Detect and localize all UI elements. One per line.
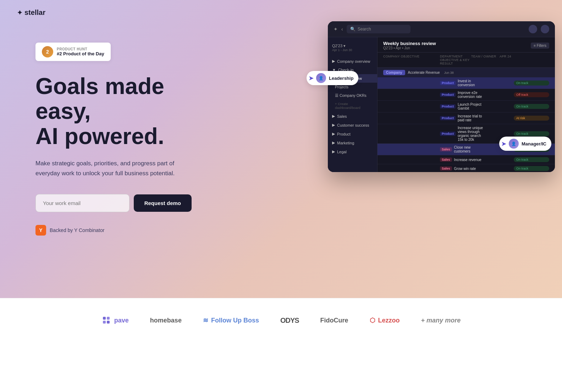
dashboard-wrapper: ➤ 👤 Leadership ✦ ‹ 🔍 Search <box>328 21 555 172</box>
kr-tag: Product <box>440 93 456 97</box>
dash-back-icon: ‹ <box>341 26 343 32</box>
logo-odys: ODYS <box>280 316 299 325</box>
kr-text: Improve e2e conversion rate <box>458 91 485 99</box>
col-date: Apr 24 <box>500 55 549 65</box>
table-row[interactable]: Product Increase trial to paid rate At r… <box>378 112 555 124</box>
row-kr: Sales Increase revenue <box>440 158 485 162</box>
pave-label: pave <box>114 317 129 324</box>
pave-icon <box>101 315 111 325</box>
dash-quarter: Q2'23 ▾ Apr 1 - Jun 30 <box>328 42 377 54</box>
row-kr: Product Increase unique views through or… <box>440 126 485 142</box>
section-company-tag: Company <box>383 70 405 75</box>
email-input[interactable] <box>35 194 130 212</box>
status-badge: On track <box>514 104 549 109</box>
search-icon: 🔍 <box>350 27 356 32</box>
kr-text: Close new customers <box>454 145 485 153</box>
dash-notif-icon <box>529 25 537 33</box>
fido-label: FidoCure <box>320 317 348 324</box>
kr-text: Grow win rate <box>454 167 476 171</box>
fub-icon: ≋ <box>203 316 208 324</box>
row-kr: Product Increase trial to paid rate <box>440 114 485 122</box>
search-placeholder: Search <box>358 27 371 32</box>
col-department: Department objective & key result <box>440 55 471 65</box>
status-badge: On track <box>514 81 549 85</box>
manager-badge: ➤ 👤 Manager/IC <box>499 137 551 151</box>
hero-subtext: Make strategic goals, priorities, and pr… <box>35 159 192 178</box>
logo-follow-up-boss: ≋ Follow Up Boss <box>203 316 259 324</box>
sidebar-item-product[interactable]: ▶Product <box>328 129 377 138</box>
table-row[interactable]: Sales Increase revenue On track <box>378 155 555 164</box>
table-row[interactable]: Sales Grow win rate On track <box>378 164 555 172</box>
logo-homebase: homebase <box>150 317 182 324</box>
kr-text: Increase unique views through organic se… <box>458 126 485 142</box>
yc-badge: Y Backed by Y Combinator <box>35 225 192 236</box>
status-badge: Off track <box>514 92 549 97</box>
status-badge: On track <box>514 157 549 162</box>
sidebar-item-legal[interactable]: ▶Legal <box>328 147 377 156</box>
kr-tag: Product <box>440 116 456 120</box>
lezzoo-icon: ⬡ <box>370 316 375 324</box>
yc-text: Backed by Y Combinator <box>50 227 104 233</box>
logo[interactable]: ✦ stellar <box>17 9 45 17</box>
hero-heading: Goals made easy, AI powered. <box>35 74 192 149</box>
status-badge: On track <box>514 166 549 171</box>
dash-icons-right <box>529 25 549 33</box>
sidebar-item-create-board[interactable]: + Create dashboard/board <box>328 100 377 112</box>
leadership-badge: ➤ 👤 Leadership <box>307 71 358 85</box>
ph-text: PRODUCT HUNT #2 Product of the Day <box>57 47 104 56</box>
dash-main-header: Weekly business review Q2'23 • Apr • Jun… <box>378 37 555 53</box>
row-kr: Sales Close new customers <box>440 145 485 153</box>
dash-main: Weekly business review Q2'23 • Apr • Jun… <box>378 37 555 172</box>
filter-button[interactable]: ≡ Filters <box>531 43 549 49</box>
sidebar-item-sales[interactable]: ▶Sales <box>328 112 377 121</box>
status-badge: On track <box>514 131 549 136</box>
kr-tag: Product <box>440 132 456 136</box>
kr-text: Increase trial to paid rate <box>458 114 485 122</box>
ph-medal: 2 <box>42 46 53 57</box>
logos-section: pave homebase ≋ Follow Up Boss ODYS Fido… <box>0 298 562 342</box>
hero-left: 2 PRODUCT HUNT #2 Product of the Day Goa… <box>35 43 192 236</box>
yc-logo: Y <box>35 225 46 236</box>
many-more-label: + many more <box>421 317 461 324</box>
lezzoo-label: Lezzoo <box>378 317 400 324</box>
dash-avatar-icon <box>541 25 549 33</box>
table-row[interactable]: Product Invest in conversion On track <box>378 77 555 89</box>
kr-text: Launch Project Gambit <box>458 103 485 110</box>
leadership-label: Leadership <box>329 76 353 81</box>
section-desc: Accelerate Revenue <box>408 71 440 74</box>
product-hunt-badge: 2 PRODUCT HUNT #2 Product of the Day <box>35 43 111 61</box>
logo-star-icon: ✦ <box>17 9 22 17</box>
sidebar-item-company-okrs[interactable]: ☰ Company OKRs <box>328 91 377 100</box>
hero-section: ✦ stellar 2 PRODUCT HUNT #2 Product of t… <box>0 0 562 298</box>
dash-main-title: Weekly business review <box>383 41 436 46</box>
dash-search[interactable]: 🔍 Search <box>347 25 411 33</box>
cursor-icon: ➤ <box>309 75 313 82</box>
kr-tag: Sales <box>440 147 452 151</box>
cta-row: Request demo <box>35 194 192 212</box>
fub-label: Follow Up Boss <box>211 317 259 324</box>
section-date: Jun 38 <box>444 71 454 74</box>
homebase-label: homebase <box>150 317 182 324</box>
heading-line3: AI powered. <box>35 123 164 149</box>
row-kr: Sales Grow win rate <box>440 166 485 171</box>
request-demo-button[interactable]: Request demo <box>134 194 192 212</box>
ph-label: PRODUCT HUNT <box>57 47 104 51</box>
sidebar-item-customer-success[interactable]: ▶Customer success <box>328 121 377 129</box>
heading-line2: easy, <box>35 98 90 124</box>
dash-rows: Company Accelerate Revenue Jun 38 Produc… <box>378 68 555 172</box>
dash-topbar: ✦ ‹ 🔍 Search <box>328 21 555 37</box>
dash-quarter-sub: Apr 1 - Jun 30 <box>332 48 373 52</box>
table-row[interactable]: Product Improve e2e conversion rate Off … <box>378 89 555 101</box>
dash-body: Q2'23 ▾ Apr 1 - Jun 30 ▶Company overview… <box>328 37 555 172</box>
logo-fidocure: FidoCure <box>320 317 348 324</box>
cursor-icon2: ➤ <box>501 140 506 147</box>
sidebar-item-marketing[interactable]: ▶Marketing <box>328 138 377 147</box>
leadership-avatar: 👤 <box>316 73 326 83</box>
table-row[interactable]: Product Launch Project Gambit On track <box>378 101 555 112</box>
section-accelerate-revenue: Company Accelerate Revenue Jun 38 <box>378 68 555 77</box>
ph-title: #2 Product of the Day <box>57 51 104 56</box>
sidebar-item-company-overview[interactable]: ▶Company overview <box>328 57 377 66</box>
logo-pave: pave <box>101 315 129 325</box>
row-kr: Product Improve e2e conversion rate <box>440 91 485 99</box>
col-team: Team / Owner <box>471 55 500 65</box>
